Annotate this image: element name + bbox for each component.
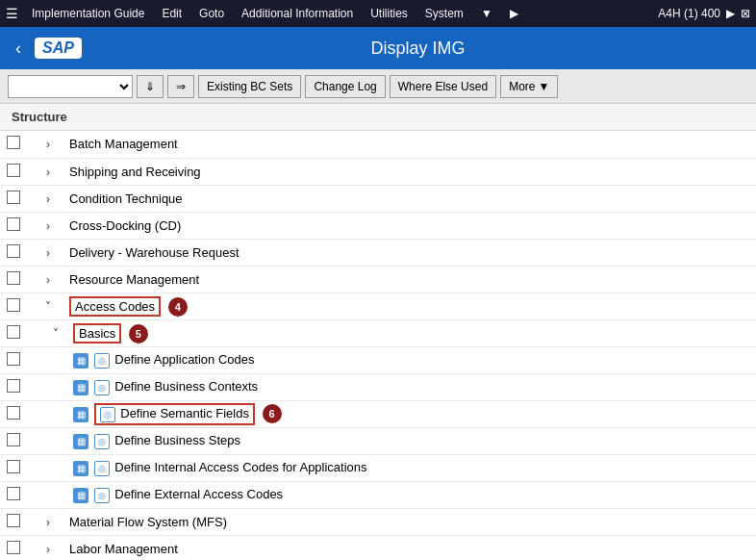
more-label: More [509,80,535,93]
row-checkbox[interactable] [7,244,20,258]
table-row: ▦ ◎ Define Internal Access Codes for App… [0,454,756,481]
badge-6: 6 [263,404,282,423]
expand-icon[interactable]: › [46,516,50,529]
row-checkbox[interactable] [7,406,20,420]
more-button[interactable]: More ▼ [500,75,558,98]
expand-icon[interactable]: ˅ [45,300,51,314]
change-log-button[interactable]: Change Log [305,75,385,98]
table-row: ▦ ◎ Define Business Contexts [0,373,756,400]
row-checkbox[interactable] [7,433,20,446]
structure-header: Structure [0,104,756,131]
expand-icon[interactable]: ▶ [726,7,735,20]
tree-table: › Batch Management › Shipping and Receiv… [0,131,756,560]
right-arrows-icon: ⇒ [176,80,186,93]
menu-item-system[interactable]: System [417,5,471,22]
table-row: ▦ ◎ Define Application Codes [0,346,756,373]
activity-icon[interactable]: ▦ [73,434,88,449]
menu-item-arrow-right[interactable]: ▶ [502,5,526,22]
menu-bar: ☰ Implementation Guide Edit Goto Additio… [0,0,756,27]
row-checkbox[interactable] [7,325,20,339]
row-checkbox[interactable] [7,164,20,177]
table-row: › Delivery - Warehouse Request [0,239,756,266]
expand-icon[interactable]: › [46,543,50,556]
expand-icon[interactable]: › [46,273,50,287]
table-row: ▦ ◎ Define Business Steps [0,427,756,454]
down-arrows-button[interactable]: ⇓ [137,75,164,98]
basics-highlighted[interactable]: Basics [73,323,121,344]
page-title: Display IMG [91,38,744,59]
table-row: › Labor Management [0,535,756,560]
row-checkbox[interactable] [7,271,20,285]
config-icon[interactable]: ◎ [94,380,110,395]
expand-icon[interactable]: ˅ [53,327,59,341]
table-row: › Condition Technique [0,185,756,212]
down-arrows-icon: ⇓ [145,80,155,93]
table-row: ▦ ◎ Define External Access Codes [0,481,756,508]
more-chevron-icon: ▼ [538,80,549,93]
row-label: Delivery - Warehouse Request [69,245,239,260]
expand-icon[interactable]: › [46,192,50,206]
row-checkbox[interactable] [7,136,20,149]
expand-icon[interactable]: › [46,246,50,260]
table-row: ˅ Basics 5 [0,319,756,346]
row-checkbox[interactable] [7,541,20,554]
row-checkbox[interactable] [7,298,20,312]
hamburger-icon[interactable]: ☰ [6,6,18,21]
row-checkbox[interactable] [7,460,20,473]
existing-bc-sets-label: Existing BC Sets [207,80,292,93]
menu-item-edit[interactable]: Edit [154,5,189,22]
table-row: › Cross-Docking (CD) [0,212,756,239]
config-icon[interactable]: ◎ [100,407,115,422]
row-label: Define External Access Codes [114,487,283,501]
row-checkbox[interactable] [7,352,20,366]
row-checkbox[interactable] [7,217,20,231]
activity-icon[interactable]: ▦ [73,380,88,395]
expand-icon[interactable]: › [46,138,50,151]
change-log-label: Change Log [314,80,376,93]
sap-logo: SAP [35,38,82,59]
menu-item-additional-info[interactable]: Additional Information [234,5,361,22]
activity-icon[interactable]: ▦ [73,488,88,503]
config-icon[interactable]: ◎ [94,434,110,449]
table-row: ▦ ◎ Define Semantic Fields 6 [0,400,756,427]
existing-bc-sets-button[interactable]: Existing BC Sets [198,75,301,98]
filter-select[interactable] [8,75,133,98]
close-icon[interactable]: ⊠ [741,7,750,20]
config-icon[interactable]: ◎ [94,488,110,503]
where-else-used-button[interactable]: Where Else Used [390,75,496,98]
right-arrows-button[interactable]: ⇒ [167,75,194,98]
session-info: A4H (1) 400 [658,7,720,20]
badge-4: 4 [168,297,188,317]
row-checkbox[interactable] [7,487,20,500]
expand-icon[interactable]: › [46,219,50,233]
activity-icon[interactable]: ▦ [73,407,88,422]
activity-icon[interactable]: ▦ [73,461,88,476]
table-row: › Resource Management [0,266,756,293]
row-checkbox[interactable] [7,514,20,527]
back-button[interactable]: ‹ [12,38,25,59]
row-checkbox[interactable] [7,379,20,393]
activity-icon[interactable]: ▦ [73,353,88,369]
menu-item-implementation-guide[interactable]: Implementation Guide [24,5,152,22]
row-checkbox[interactable] [7,191,20,204]
content-area: Structure › Batch Management › Shipping … [0,104,756,560]
menu-item-goto[interactable]: Goto [191,5,232,22]
row-label: Labor Management [69,542,178,556]
semantic-fields-highlighted[interactable]: ◎ Define Semantic Fields [94,403,255,425]
row-label: Define Business Steps [114,433,240,447]
where-else-used-label: Where Else Used [398,80,488,93]
config-icon[interactable]: ◎ [94,461,110,476]
row-label: Condition Technique [69,191,183,206]
row-label: Shipping and Receiving [69,165,201,179]
row-label: Cross-Docking (CD) [69,218,181,233]
config-icon[interactable]: ◎ [94,353,110,369]
menu-item-arrow-down[interactable]: ▼ [473,5,500,22]
table-row: › Batch Management [0,131,756,158]
header-bar: ‹ SAP Display IMG [0,27,756,69]
row-label: Material Flow System (MFS) [69,515,227,529]
row-label: Batch Management [69,137,178,151]
menu-item-utilities[interactable]: Utilities [363,5,416,22]
table-row: › Shipping and Receiving [0,158,756,185]
expand-icon[interactable]: › [46,165,50,179]
access-codes-highlighted[interactable]: Access Codes [69,296,161,317]
